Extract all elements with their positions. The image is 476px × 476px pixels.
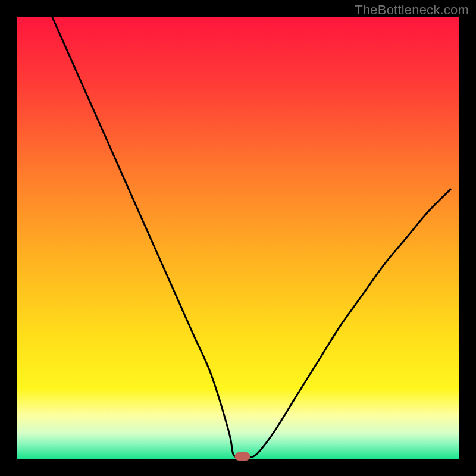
watermark-label: TheBottleneck.com: [355, 2, 469, 18]
optimal-marker: [234, 452, 250, 461]
chart-frame: TheBottleneck.com: [0, 0, 476, 476]
plot-background: [17, 17, 459, 459]
bottleneck-chart: [0, 0, 476, 476]
